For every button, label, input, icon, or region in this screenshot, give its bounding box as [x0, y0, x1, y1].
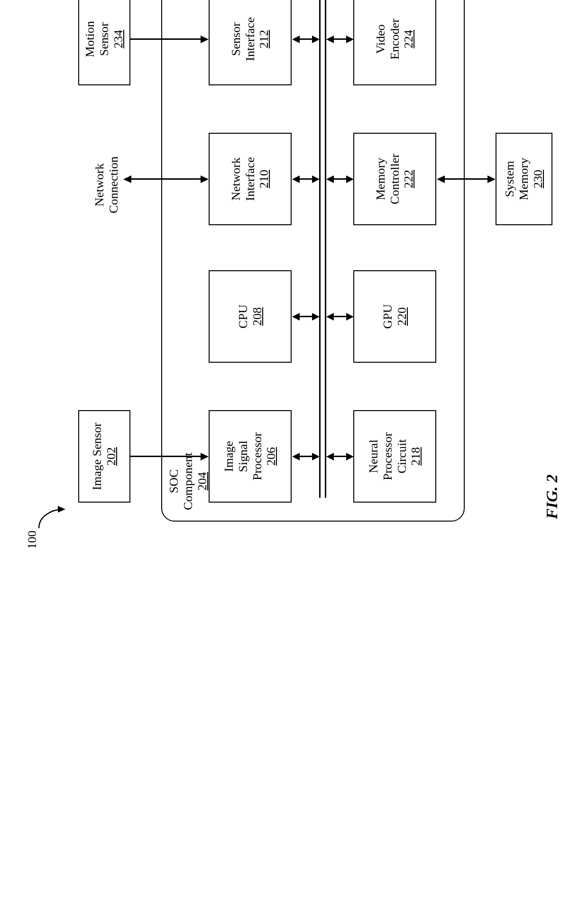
arrow-up-head: [292, 175, 300, 183]
arrow-line: [130, 456, 202, 458]
arrow-up-head: [326, 313, 334, 321]
arrow-line: [299, 179, 313, 180]
arrow-line: [299, 39, 313, 40]
arrow-up-head: [326, 36, 334, 43]
arrow-line: [299, 316, 313, 318]
arrow-up-head: [292, 313, 300, 321]
arrow-up-head: [123, 175, 131, 183]
arrow-down-head: [201, 453, 209, 460]
arrow-down-head: [346, 453, 354, 460]
motion-sensor-label2: Sensor: [97, 22, 111, 56]
video-encoder-box: Video Encoder 224: [353, 0, 436, 85]
figure-caption: FIG. 2: [543, 475, 561, 519]
arrow-line: [130, 179, 202, 180]
arrow-up-head: [292, 453, 300, 460]
arrow-up-head: [437, 175, 445, 183]
image-sensor-ref: 202: [104, 447, 119, 466]
arrow-down-head: [346, 36, 354, 43]
motion-sensor-label1: Motion: [83, 21, 97, 57]
gpu-box: GPU 220: [353, 270, 436, 363]
arrow-down-head: [201, 36, 209, 43]
bus-line-top: [319, 0, 321, 498]
network-connection-label: Network Connection: [92, 142, 121, 228]
neural-processor-box: Neural Processor Circuit 218: [353, 410, 436, 503]
arrow-down-head: [312, 453, 320, 460]
system-memory-box: System Memory 230: [496, 133, 552, 225]
cpu-box: CPU 208: [209, 270, 292, 363]
isp-box: Image Signal Processor 206: [209, 410, 292, 503]
arrow-up-head: [292, 36, 300, 43]
svg-marker-0: [58, 506, 65, 513]
arrow-down-head: [201, 175, 209, 183]
bus-line-bottom: [325, 0, 326, 498]
motion-sensor-ref: 234: [111, 30, 126, 48]
arrow-down-head: [312, 36, 320, 43]
motion-sensor-box: Motion Sensor 234: [78, 0, 130, 85]
arrow-line: [333, 316, 347, 318]
arrow-line: [130, 39, 202, 40]
image-sensor-label: Image Sensor: [90, 422, 104, 490]
arrow-line: [299, 456, 313, 458]
arrow-down-head: [487, 175, 496, 183]
memory-controller-box: Memory Controller 222: [353, 133, 436, 225]
arrow-down-head: [312, 313, 320, 321]
figure-ref-arrow: [28, 504, 66, 549]
arrow-line: [333, 456, 347, 458]
arrow-down-head: [346, 313, 354, 321]
arrow-down-head: [312, 175, 320, 183]
sensor-interface-box: Sensor Interface 212: [209, 0, 292, 85]
arrow-up-head: [326, 175, 334, 183]
image-sensor-box: Image Sensor 202: [78, 410, 130, 503]
arrow-down-head: [346, 175, 354, 183]
arrow-line: [444, 179, 488, 180]
network-interface-box: Network Interface 210: [209, 133, 292, 225]
arrow-line: [333, 179, 347, 180]
arrow-line: [333, 39, 347, 40]
arrow-up-head: [326, 453, 334, 460]
